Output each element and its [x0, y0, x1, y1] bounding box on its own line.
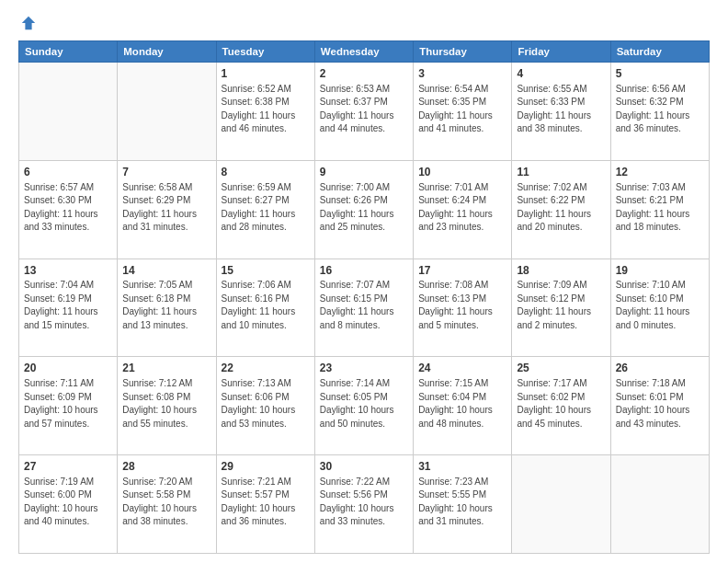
day-info: Sunrise: 7:10 AM Sunset: 6:10 PM Dayligh… — [616, 279, 704, 332]
day-info: Sunrise: 7:22 AM Sunset: 5:56 PM Dayligh… — [320, 476, 408, 529]
day-number: 25 — [517, 361, 605, 376]
calendar-cell: 27Sunrise: 7:19 AM Sunset: 6:00 PM Dayli… — [19, 455, 118, 554]
logo — [18, 15, 37, 31]
day-number: 16 — [320, 263, 408, 279]
day-number: 31 — [418, 459, 506, 475]
svg-marker-0 — [22, 17, 35, 29]
day-number: 26 — [616, 361, 704, 376]
calendar-cell: 26Sunrise: 7:18 AM Sunset: 6:01 PM Dayli… — [610, 357, 709, 455]
day-number: 1 — [222, 66, 310, 82]
day-number: 6 — [24, 165, 112, 180]
calendar-cell: 12Sunrise: 7:03 AM Sunset: 6:21 PM Dayli… — [610, 160, 709, 259]
calendar-cell: 1Sunrise: 6:52 AM Sunset: 6:38 PM Daylig… — [216, 63, 314, 161]
day-number: 24 — [418, 361, 506, 376]
day-info: Sunrise: 7:19 AM Sunset: 6:00 PM Dayligh… — [24, 476, 112, 529]
day-number: 4 — [517, 66, 605, 82]
day-number: 2 — [320, 66, 408, 82]
calendar-cell: 10Sunrise: 7:01 AM Sunset: 6:24 PM Dayli… — [414, 160, 512, 259]
page-header — [18, 15, 710, 31]
day-number: 20 — [24, 361, 112, 376]
day-info: Sunrise: 7:09 AM Sunset: 6:12 PM Dayligh… — [517, 279, 605, 332]
day-info: Sunrise: 7:20 AM Sunset: 5:58 PM Dayligh… — [122, 476, 210, 529]
calendar-cell: 23Sunrise: 7:14 AM Sunset: 6:05 PM Dayli… — [314, 357, 413, 455]
day-number: 23 — [320, 361, 408, 376]
calendar-cell: 28Sunrise: 7:20 AM Sunset: 5:58 PM Dayli… — [118, 455, 216, 554]
calendar-cell — [19, 63, 118, 161]
day-info: Sunrise: 6:55 AM Sunset: 6:33 PM Dayligh… — [517, 83, 605, 136]
calendar-cell: 25Sunrise: 7:17 AM Sunset: 6:02 PM Dayli… — [512, 357, 610, 455]
day-header-wednesday: Wednesday — [314, 41, 413, 63]
day-info: Sunrise: 7:06 AM Sunset: 6:16 PM Dayligh… — [222, 279, 310, 332]
calendar-cell: 18Sunrise: 7:09 AM Sunset: 6:12 PM Dayli… — [512, 259, 610, 357]
day-info: Sunrise: 7:07 AM Sunset: 6:15 PM Dayligh… — [320, 279, 408, 332]
day-number: 15 — [222, 263, 310, 279]
calendar-cell: 6Sunrise: 6:57 AM Sunset: 6:30 PM Daylig… — [19, 160, 118, 259]
calendar-cell: 16Sunrise: 7:07 AM Sunset: 6:15 PM Dayli… — [314, 259, 413, 357]
day-info: Sunrise: 6:56 AM Sunset: 6:32 PM Dayligh… — [616, 83, 704, 136]
day-info: Sunrise: 7:02 AM Sunset: 6:22 PM Dayligh… — [517, 181, 605, 235]
day-header-friday: Friday — [512, 41, 610, 63]
day-number: 22 — [222, 361, 310, 376]
logo-icon — [20, 15, 37, 31]
day-number: 13 — [24, 263, 112, 279]
day-info: Sunrise: 7:05 AM Sunset: 6:18 PM Dayligh… — [122, 279, 210, 332]
day-info: Sunrise: 7:17 AM Sunset: 6:02 PM Dayligh… — [517, 377, 605, 431]
day-number: 18 — [517, 263, 605, 279]
calendar-cell: 19Sunrise: 7:10 AM Sunset: 6:10 PM Dayli… — [610, 259, 709, 357]
day-header-monday: Monday — [118, 41, 216, 63]
day-number: 3 — [418, 66, 506, 82]
calendar-cell — [610, 455, 709, 554]
calendar-cell: 3Sunrise: 6:54 AM Sunset: 6:35 PM Daylig… — [414, 63, 512, 161]
day-number: 27 — [24, 459, 112, 475]
day-number: 21 — [122, 361, 210, 376]
day-header-thursday: Thursday — [414, 41, 512, 63]
day-number: 10 — [418, 165, 506, 180]
calendar-cell: 29Sunrise: 7:21 AM Sunset: 5:57 PM Dayli… — [216, 455, 314, 554]
calendar-cell: 9Sunrise: 7:00 AM Sunset: 6:26 PM Daylig… — [314, 160, 413, 259]
day-info: Sunrise: 6:57 AM Sunset: 6:30 PM Dayligh… — [24, 181, 112, 235]
day-info: Sunrise: 7:01 AM Sunset: 6:24 PM Dayligh… — [418, 181, 506, 235]
day-info: Sunrise: 6:59 AM Sunset: 6:27 PM Dayligh… — [222, 181, 310, 235]
day-number: 28 — [122, 459, 210, 475]
calendar-cell: 24Sunrise: 7:15 AM Sunset: 6:04 PM Dayli… — [414, 357, 512, 455]
calendar-cell — [118, 63, 216, 161]
day-number: 29 — [222, 459, 310, 475]
calendar-table: SundayMondayTuesdayWednesdayThursdayFrid… — [18, 40, 710, 554]
day-info: Sunrise: 7:18 AM Sunset: 6:01 PM Dayligh… — [616, 377, 704, 431]
day-number: 14 — [122, 263, 210, 279]
calendar-cell: 8Sunrise: 6:59 AM Sunset: 6:27 PM Daylig… — [216, 160, 314, 259]
calendar-cell: 15Sunrise: 7:06 AM Sunset: 6:16 PM Dayli… — [216, 259, 314, 357]
calendar-cell: 7Sunrise: 6:58 AM Sunset: 6:29 PM Daylig… — [118, 160, 216, 259]
day-info: Sunrise: 6:53 AM Sunset: 6:37 PM Dayligh… — [320, 83, 408, 136]
calendar-cell: 14Sunrise: 7:05 AM Sunset: 6:18 PM Dayli… — [118, 259, 216, 357]
day-info: Sunrise: 7:23 AM Sunset: 5:55 PM Dayligh… — [418, 476, 506, 529]
day-number: 30 — [320, 459, 408, 475]
calendar-cell: 4Sunrise: 6:55 AM Sunset: 6:33 PM Daylig… — [512, 63, 610, 161]
day-number: 11 — [517, 165, 605, 180]
calendar-cell: 22Sunrise: 7:13 AM Sunset: 6:06 PM Dayli… — [216, 357, 314, 455]
calendar-cell: 17Sunrise: 7:08 AM Sunset: 6:13 PM Dayli… — [414, 259, 512, 357]
day-number: 17 — [418, 263, 506, 279]
day-info: Sunrise: 7:21 AM Sunset: 5:57 PM Dayligh… — [222, 476, 310, 529]
day-header-sunday: Sunday — [19, 41, 118, 63]
day-info: Sunrise: 7:15 AM Sunset: 6:04 PM Dayligh… — [418, 377, 506, 431]
day-header-saturday: Saturday — [610, 41, 709, 63]
calendar-cell: 2Sunrise: 6:53 AM Sunset: 6:37 PM Daylig… — [314, 63, 413, 161]
day-number: 7 — [122, 165, 210, 180]
day-info: Sunrise: 7:08 AM Sunset: 6:13 PM Dayligh… — [418, 279, 506, 332]
calendar-cell: 5Sunrise: 6:56 AM Sunset: 6:32 PM Daylig… — [610, 63, 709, 161]
day-info: Sunrise: 7:03 AM Sunset: 6:21 PM Dayligh… — [616, 181, 704, 235]
calendar-cell: 20Sunrise: 7:11 AM Sunset: 6:09 PM Dayli… — [19, 357, 118, 455]
calendar-cell: 31Sunrise: 7:23 AM Sunset: 5:55 PM Dayli… — [414, 455, 512, 554]
day-number: 9 — [320, 165, 408, 180]
day-info: Sunrise: 7:11 AM Sunset: 6:09 PM Dayligh… — [24, 377, 112, 431]
day-info: Sunrise: 7:14 AM Sunset: 6:05 PM Dayligh… — [320, 377, 408, 431]
day-info: Sunrise: 7:00 AM Sunset: 6:26 PM Dayligh… — [320, 181, 408, 235]
calendar-cell: 11Sunrise: 7:02 AM Sunset: 6:22 PM Dayli… — [512, 160, 610, 259]
day-info: Sunrise: 6:52 AM Sunset: 6:38 PM Dayligh… — [222, 83, 310, 136]
day-info: Sunrise: 7:13 AM Sunset: 6:06 PM Dayligh… — [222, 377, 310, 431]
day-number: 8 — [222, 165, 310, 180]
day-header-tuesday: Tuesday — [216, 41, 314, 63]
day-number: 12 — [616, 165, 704, 180]
day-info: Sunrise: 7:12 AM Sunset: 6:08 PM Dayligh… — [122, 377, 210, 431]
